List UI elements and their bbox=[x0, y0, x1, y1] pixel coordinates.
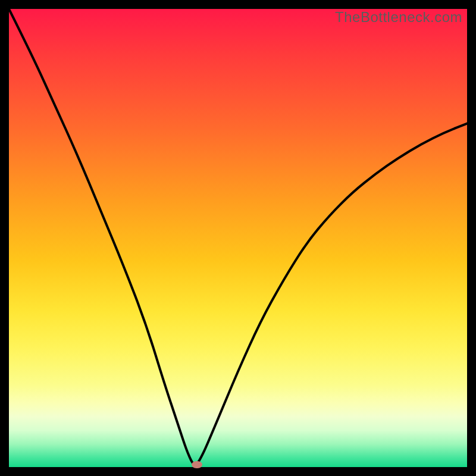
optimal-point-marker bbox=[192, 461, 202, 468]
chart-frame: TheBottleneck.com bbox=[9, 9, 467, 467]
bottleneck-curve bbox=[9, 9, 467, 467]
watermark-text: TheBottleneck.com bbox=[335, 9, 462, 26]
